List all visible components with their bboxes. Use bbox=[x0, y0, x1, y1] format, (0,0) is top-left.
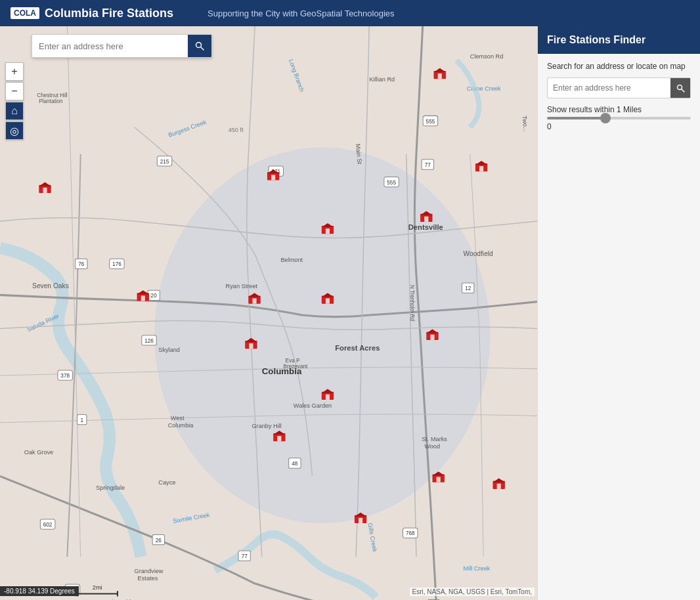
svg-text:602: 602 bbox=[43, 522, 53, 528]
svg-text:1: 1 bbox=[80, 418, 83, 423]
side-panel: Fire Stations Finder Search for an addre… bbox=[537, 26, 700, 600]
svg-text:Mill Creek: Mill Creek bbox=[464, 565, 491, 572]
map-attribution: Esri, NASA, NGA, USGS | Esri, TomTom, bbox=[410, 588, 535, 596]
svg-text:555: 555 bbox=[426, 119, 435, 125]
app-title: Columbia Fire Stations bbox=[45, 7, 173, 20]
svg-text:Two...: Two... bbox=[521, 116, 529, 132]
svg-text:Columbia: Columbia bbox=[168, 422, 194, 429]
map-coordinates: -80.918 34.139 Degrees bbox=[0, 586, 79, 596]
zoom-in-button[interactable]: + bbox=[5, 62, 24, 81]
svg-text:Granby Hill: Granby Hill bbox=[252, 423, 281, 429]
svg-text:Eva P: Eva P bbox=[286, 358, 300, 364]
svg-text:Brezevant: Brezevant bbox=[283, 364, 308, 370]
panel-body: Search for an address or locate on map S… bbox=[538, 54, 700, 139]
panel-search-bar[interactable] bbox=[547, 77, 691, 98]
svg-text:Wales Garden: Wales Garden bbox=[294, 402, 332, 409]
app-header: COLA Columbia Fire Stations Supporting t… bbox=[0, 0, 700, 26]
svg-text:20: 20 bbox=[151, 293, 158, 299]
map-container[interactable]: + − ⌂ ◎ Sixmile Creek Gills Creek Saluda… bbox=[0, 26, 537, 600]
svg-rect-119 bbox=[277, 436, 281, 441]
panel-title: Fire Stations Finder bbox=[547, 34, 645, 45]
map-search-bar[interactable] bbox=[32, 34, 212, 58]
svg-text:77: 77 bbox=[242, 553, 248, 559]
svg-rect-128 bbox=[359, 518, 362, 523]
svg-rect-89 bbox=[479, 166, 483, 171]
svg-text:Killian Rd: Killian Rd bbox=[369, 76, 395, 83]
svg-rect-83 bbox=[43, 188, 47, 193]
svg-rect-104 bbox=[141, 295, 145, 301]
svg-rect-107 bbox=[326, 299, 330, 304]
svg-rect-116 bbox=[326, 395, 330, 400]
svg-text:176: 176 bbox=[112, 261, 121, 267]
svg-rect-86 bbox=[438, 74, 442, 79]
zoom-out-button[interactable]: − bbox=[5, 82, 24, 100]
map-search-input[interactable] bbox=[32, 41, 188, 51]
svg-text:Seven Oaks: Seven Oaks bbox=[32, 282, 69, 289]
svg-text:Dentsville: Dentsville bbox=[408, 223, 443, 231]
svg-text:2mi: 2mi bbox=[93, 584, 102, 591]
search-icon bbox=[195, 41, 204, 51]
miles-slider[interactable] bbox=[547, 117, 691, 119]
svg-text:76: 76 bbox=[78, 261, 85, 267]
svg-text:Springdale: Springdale bbox=[96, 484, 125, 491]
svg-line-1 bbox=[201, 47, 204, 50]
header-subtitle: Supporting the City with GeoSpatial Tech… bbox=[208, 9, 395, 18]
svg-text:Belmont: Belmont bbox=[280, 257, 303, 263]
svg-text:378: 378 bbox=[60, 373, 70, 379]
svg-text:Grandview: Grandview bbox=[135, 568, 164, 574]
svg-text:Estates: Estates bbox=[138, 575, 158, 582]
svg-text:126: 126 bbox=[144, 338, 154, 344]
svg-rect-122 bbox=[437, 477, 441, 482]
main-content: + − ⌂ ◎ Sixmile Creek Gills Creek Saluda… bbox=[0, 26, 700, 600]
svg-text:450 ft: 450 ft bbox=[229, 127, 244, 133]
panel-search-button[interactable] bbox=[670, 77, 690, 98]
panel-search-input[interactable] bbox=[548, 83, 670, 93]
svg-text:Clemson Rd: Clemson Rd bbox=[470, 53, 504, 60]
panel-header: Fire Stations Finder bbox=[538, 26, 700, 54]
svg-text:Chestnut Hill: Chestnut Hill bbox=[37, 93, 68, 98]
locate-button[interactable]: ◎ bbox=[5, 121, 24, 140]
svg-text:Oak Grove: Oak Grove bbox=[24, 449, 53, 456]
svg-text:West: West bbox=[171, 415, 185, 421]
svg-text:Skyland: Skyland bbox=[158, 347, 180, 353]
svg-point-133 bbox=[677, 85, 682, 89]
svg-rect-92 bbox=[271, 175, 275, 180]
svg-rect-98 bbox=[326, 228, 330, 234]
map-controls: + − ⌂ ◎ bbox=[5, 62, 24, 140]
slider-value: 0 bbox=[547, 122, 691, 131]
logo-box: COLA bbox=[11, 7, 39, 19]
search-icon bbox=[676, 84, 685, 93]
svg-text:Woodfield: Woodfield bbox=[464, 250, 494, 257]
svg-text:St. Marks: St. Marks bbox=[422, 436, 447, 442]
svg-text:77: 77 bbox=[425, 162, 431, 168]
svg-rect-113 bbox=[249, 343, 253, 349]
svg-text:N Trenholm Rd: N Trenholm Rd bbox=[409, 285, 415, 321]
svg-text:Forest Acres: Forest Acres bbox=[335, 344, 380, 352]
svg-text:555: 555 bbox=[387, 180, 396, 186]
home-button[interactable]: ⌂ bbox=[5, 102, 24, 120]
svg-text:Cayce: Cayce bbox=[158, 479, 175, 486]
svg-text:768: 768 bbox=[406, 530, 415, 536]
svg-text:48: 48 bbox=[292, 461, 298, 467]
svg-point-10 bbox=[154, 147, 490, 523]
svg-text:26: 26 bbox=[156, 538, 162, 544]
logo-area: COLA Columbia Fire Stations bbox=[11, 7, 173, 20]
slider-container: Show results within 1 Miles 0 bbox=[547, 105, 691, 131]
svg-text:Plantation: Plantation bbox=[39, 98, 63, 104]
map-svg: Sixmile Creek Gills Creek Saluda River L… bbox=[0, 26, 537, 600]
svg-rect-101 bbox=[252, 299, 256, 304]
svg-text:12: 12 bbox=[465, 286, 471, 291]
svg-text:Wood: Wood bbox=[424, 443, 440, 450]
svg-line-134 bbox=[682, 89, 684, 92]
map-search-button[interactable] bbox=[188, 34, 211, 58]
search-label: Search for an address or locate on map bbox=[547, 62, 691, 71]
svg-rect-125 bbox=[497, 484, 501, 489]
svg-text:215: 215 bbox=[160, 159, 169, 165]
svg-rect-95 bbox=[424, 217, 428, 222]
svg-text:Ryan Street: Ryan Street bbox=[226, 283, 258, 289]
svg-point-0 bbox=[196, 43, 202, 48]
svg-rect-110 bbox=[430, 335, 434, 340]
